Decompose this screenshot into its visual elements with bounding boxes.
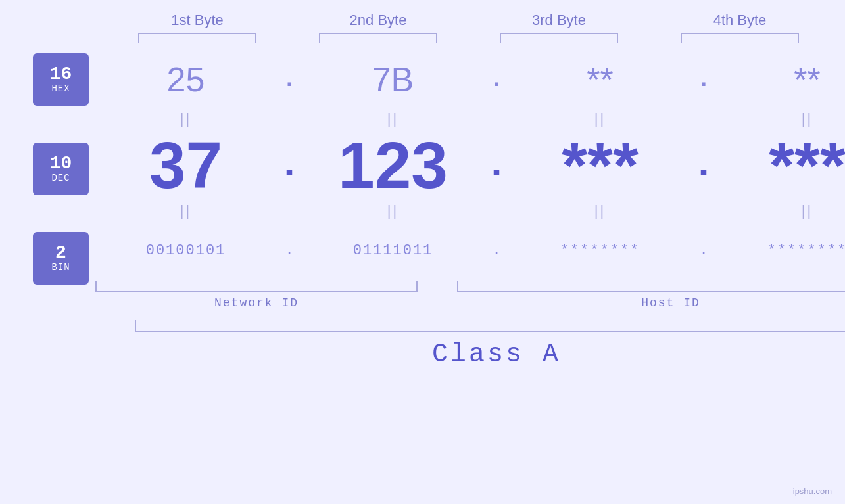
eq2-sign1: || (180, 202, 191, 219)
byte1-header: 1st Byte (107, 12, 288, 29)
bin-dot2: . (492, 242, 500, 259)
dec-val4: *** (769, 132, 845, 198)
dec-val1: 37 (149, 132, 222, 198)
bin-dot1: . (285, 242, 293, 259)
bin-val4: ******** (767, 242, 845, 259)
dec-badge: 10 DEC (33, 143, 89, 195)
eq2-cell1: || (95, 202, 276, 219)
hex-val3: ** (587, 60, 613, 99)
eq2-cell2: || (302, 202, 483, 219)
bin-dot2-cell: . (483, 242, 510, 259)
rows-container: 16 HEX 10 DEC 2 BIN 25 . (0, 53, 845, 369)
dec-name: DEC (51, 173, 70, 183)
full-bracket-line (135, 320, 845, 332)
network-bracket-line (95, 281, 418, 292)
bracket1 (107, 33, 288, 43)
dec-cell4: *** (717, 132, 845, 198)
hex-cell4: ** (717, 60, 845, 99)
bin-val2: 01111011 (353, 242, 433, 259)
main-container: 1st Byte 2nd Byte 3rd Byte 4th Byte 16 H… (0, 0, 845, 504)
byte2-header: 2nd Byte (288, 12, 469, 29)
eq2-cell4: || (717, 202, 845, 219)
host-id-bracket: Host ID (444, 281, 845, 309)
dec-number: 10 (50, 154, 72, 173)
watermark: ipshu.com (793, 486, 832, 496)
dec-dot1-cell: . (276, 143, 302, 187)
all-value-rows: 25 . 7B . ** . ** (95, 53, 845, 369)
hex-dot3: . (696, 66, 711, 93)
eq1-sign3: || (594, 110, 606, 127)
hex-val2: 7B (372, 60, 414, 99)
dec-dot1: . (278, 143, 301, 187)
eq2-sign2: || (387, 202, 398, 219)
bracket1-line (138, 33, 256, 43)
byte-headers: 1st Byte 2nd Byte 3rd Byte 4th Byte (0, 12, 845, 29)
eq2-sign3: || (594, 202, 606, 219)
bracket3 (469, 33, 650, 43)
bracket2-line (319, 33, 437, 43)
dec-dot3: . (692, 143, 715, 187)
eq1-sign4: || (802, 110, 813, 127)
dec-dot2: . (485, 143, 508, 187)
bracket4 (650, 33, 831, 43)
hex-cell1: 25 (95, 60, 276, 99)
hex-dot1: . (282, 66, 297, 93)
bin-number: 2 (55, 244, 66, 262)
hex-val1: 25 (167, 60, 205, 99)
equals-row2: || || || || (95, 198, 845, 224)
host-id-label: Host ID (641, 296, 700, 309)
eq2-sign4: || (802, 202, 813, 219)
bin-value-row: 00100101 . 01111011 . ******** . (95, 224, 845, 277)
bracket3-line (500, 33, 618, 43)
bracket2 (288, 33, 469, 43)
dec-val3: *** (562, 132, 639, 198)
byte4-header: 4th Byte (650, 12, 831, 29)
network-id-label: Network ID (214, 296, 299, 309)
hex-value-row: 25 . 7B . ** . ** (95, 53, 845, 106)
network-id-bracket: Network ID (95, 281, 418, 309)
eq2-cell3: || (510, 202, 690, 219)
hex-name: HEX (51, 83, 70, 94)
hex-badge: 16 HEX (33, 53, 89, 106)
hex-number: 16 (50, 65, 72, 83)
hex-dot2-cell: . (483, 66, 510, 93)
hex-dot3-cell: . (690, 66, 717, 93)
class-bracket-section: Class A (95, 320, 845, 369)
dec-cell2: 123 (302, 132, 483, 198)
dec-cell1: 37 (95, 132, 276, 198)
bin-cell3: ******** (510, 242, 690, 259)
bin-val3: ******** (560, 242, 640, 259)
bottom-labels-row: Network ID Host ID (95, 281, 845, 309)
bin-dot3-cell: . (690, 242, 717, 259)
hex-cell3: ** (510, 60, 690, 99)
bin-dot3: . (699, 242, 708, 259)
eq1-cell3: || (510, 110, 690, 127)
dec-cell3: *** (510, 132, 690, 198)
hex-dot1-cell: . (276, 66, 302, 93)
byte3-header: 3rd Byte (469, 12, 650, 29)
dec-value-row: 37 . 123 . *** . *** (95, 132, 845, 198)
eq1-cell2: || (302, 110, 483, 127)
class-label: Class A (432, 340, 561, 369)
top-bracket-row (0, 33, 845, 43)
base-labels: 16 HEX 10 DEC 2 BIN (33, 53, 89, 285)
bin-cell2: 01111011 (302, 242, 483, 259)
hex-val4: ** (794, 60, 820, 99)
eq1-sign2: || (387, 110, 398, 127)
eq1-cell4: || (717, 110, 845, 127)
bin-dot1-cell: . (276, 242, 302, 259)
hex-dot2: . (489, 66, 504, 93)
dec-val2: 123 (338, 132, 448, 198)
bin-cell1: 00100101 (95, 242, 276, 259)
eq1-cell1: || (95, 110, 276, 127)
bin-badge: 2 BIN (33, 232, 89, 285)
hex-cell2: 7B (302, 60, 483, 99)
bin-name: BIN (51, 262, 70, 273)
dec-dot2-cell: . (483, 143, 510, 187)
bin-val1: 00100101 (146, 242, 226, 259)
bin-cell4: ******** (717, 242, 845, 259)
dec-dot3-cell: . (690, 143, 717, 187)
host-bracket-line (457, 281, 845, 292)
bracket4-line (681, 33, 799, 43)
eq1-sign1: || (180, 110, 191, 127)
